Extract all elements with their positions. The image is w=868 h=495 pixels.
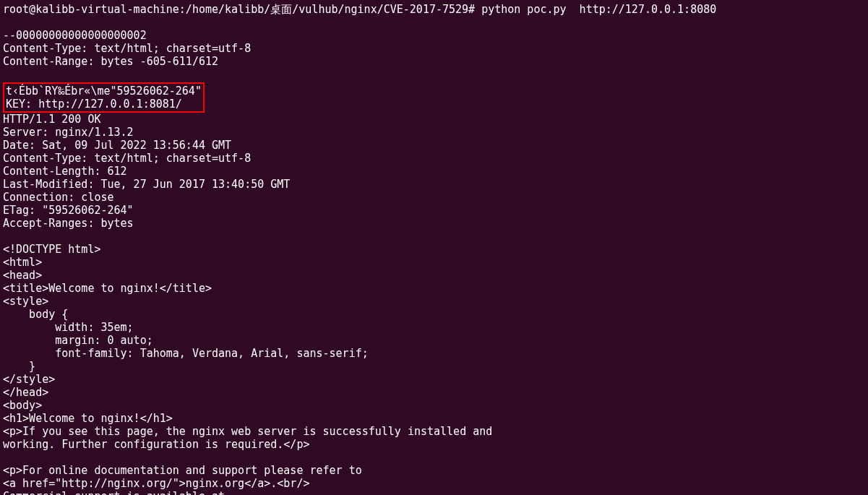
leak-line: t‹Ébb`RY‰Ébr«\me"59526062-264" xyxy=(6,85,202,98)
output-line: </style> xyxy=(3,373,865,386)
output-line: <!DOCTYPE html> xyxy=(3,243,865,256)
output-line: <title>Welcome to nginx!</title> xyxy=(3,282,865,295)
output-line: HTTP/1.1 200 OK xyxy=(3,113,865,126)
output-line: } xyxy=(3,360,865,373)
output-line: <h1>Welcome to nginx!</h1> xyxy=(3,412,865,425)
output-line xyxy=(3,451,865,464)
output-line: body { xyxy=(3,308,865,321)
output-line: </head> xyxy=(3,386,865,399)
output-line: margin: 0 auto; xyxy=(3,334,865,347)
highlighted-leak-box: t‹Ébb`RY‰Ébr«\me"59526062-264" KEY: http… xyxy=(3,82,205,113)
output-line: <a href="http://nginx.org/">nginx.org</a… xyxy=(3,477,865,490)
output-line: font-family: Tahoma, Verdana, Arial, san… xyxy=(3,347,865,360)
command-text: python poc.py http://127.0.0.1:8080 xyxy=(481,3,716,16)
output-line: Last-Modified: Tue, 27 Jun 2017 13:40:50… xyxy=(3,178,865,191)
output-line: Date: Sat, 09 Jul 2022 13:56:44 GMT xyxy=(3,139,865,152)
output-line xyxy=(3,16,865,29)
command-prompt-line: root@kalibb-virtual-machine:/home/kalibb… xyxy=(3,3,865,16)
output-line: Connection: close xyxy=(3,191,865,204)
output-line: Content-Range: bytes -605-611/612 xyxy=(3,55,865,68)
output-line: Content-Length: 612 xyxy=(3,165,865,178)
output-line: <style> xyxy=(3,295,865,308)
output-line xyxy=(3,230,865,243)
leak-line: KEY: http://127.0.0.1:8081/ xyxy=(6,98,202,111)
output-line: ETag: "59526062-264" xyxy=(3,204,865,217)
output-line: width: 35em; xyxy=(3,321,865,334)
output-line: Commercial support is available at xyxy=(3,490,865,495)
output-line: <p>For online documentation and support … xyxy=(3,464,865,477)
output-line: --00000000000000000002 xyxy=(3,29,865,42)
output-line: <body> xyxy=(3,399,865,412)
output-line xyxy=(3,68,865,81)
output-line: Server: nginx/1.13.2 xyxy=(3,126,865,139)
terminal-output[interactable]: root@kalibb-virtual-machine:/home/kalibb… xyxy=(3,3,865,495)
prompt-text: root@kalibb-virtual-machine:/home/kalibb… xyxy=(3,3,475,16)
output-line: <p>If you see this page, the nginx web s… xyxy=(3,425,865,438)
output-line: Accept-Ranges: bytes xyxy=(3,217,865,230)
output-line: <head> xyxy=(3,269,865,282)
output-line: working. Further configuration is requir… xyxy=(3,438,865,451)
output-line: Content-Type: text/html; charset=utf-8 xyxy=(3,42,865,55)
output-line: <html> xyxy=(3,256,865,269)
output-line: Content-Type: text/html; charset=utf-8 xyxy=(3,152,865,165)
